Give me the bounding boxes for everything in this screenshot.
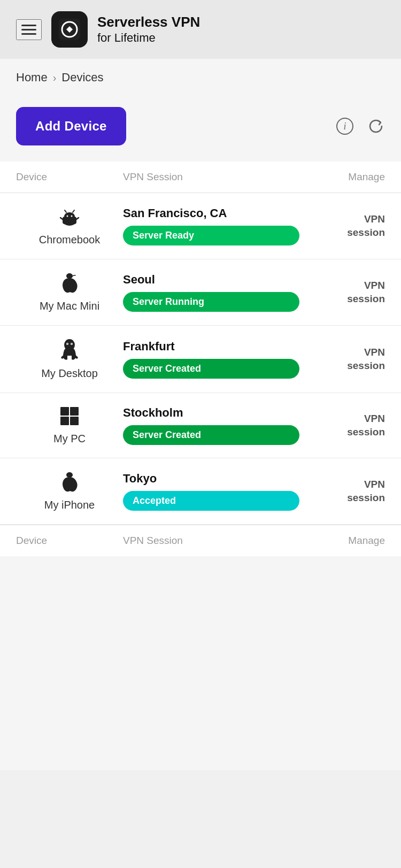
vpn-location-iphone: Tokyo	[123, 472, 299, 486]
status-badge-chromebook: Server Ready	[123, 226, 299, 245]
vpn-session-link-pc[interactable]: VPNsession	[347, 413, 385, 437]
main-content-area	[0, 556, 401, 770]
table-row: My PC Stockholm Server Created VPNsessio…	[0, 393, 401, 458]
manage-cell-chromebook[interactable]: VPNsession	[299, 213, 385, 239]
apple-icon-iphone	[59, 471, 80, 496]
toolbar: Add Device i	[0, 96, 401, 162]
windows-icon	[59, 406, 80, 429]
svg-line-11	[76, 218, 79, 219]
svg-rect-20	[60, 417, 69, 425]
device-cell-desktop: My Desktop	[16, 339, 123, 380]
hamburger-menu-button[interactable]	[16, 19, 42, 40]
device-cell-chromebook: Chromebook	[16, 206, 123, 246]
svg-line-10	[60, 218, 63, 219]
manage-cell-desktop[interactable]: VPNsession	[299, 346, 385, 372]
add-device-button[interactable]: Add Device	[16, 107, 126, 145]
header: Serverless VPN for Lifetime	[0, 0, 401, 59]
info-button[interactable]: i	[336, 117, 354, 135]
svg-point-7	[71, 216, 73, 217]
status-badge-pc: Server Created	[123, 425, 299, 445]
manage-cell-pc[interactable]: VPNsession	[299, 412, 385, 439]
vpn-session-link-iphone[interactable]: VPNsession	[347, 479, 385, 503]
device-cell-pc: My PC	[16, 406, 123, 445]
manage-cell-iphone[interactable]: VPNsession	[299, 478, 385, 504]
table-header-row: Device VPN Session Manage	[0, 162, 401, 193]
svg-rect-19	[70, 407, 79, 416]
status-badge-iphone: Accepted	[123, 491, 299, 511]
manage-cell-mac-mini[interactable]: VPNsession	[299, 279, 385, 305]
device-name-pc: My PC	[53, 433, 86, 445]
vpn-cell-pc: Stockholm Server Created	[123, 406, 299, 445]
col-footer-manage: Manage	[299, 535, 385, 547]
apple-icon-mac	[59, 272, 80, 297]
vpn-location-desktop: Frankfurt	[123, 340, 299, 354]
device-name-mac-mini: My Mac Mini	[40, 300, 99, 312]
col-header-manage: Manage	[299, 171, 385, 183]
refresh-icon	[367, 117, 385, 135]
status-badge-mac-mini: Server Running	[123, 292, 299, 312]
table-row: My iPhone Tokyo Accepted VPNsession	[0, 458, 401, 525]
status-badge-desktop: Server Created	[123, 359, 299, 379]
vpn-location-pc: Stockholm	[123, 406, 299, 420]
svg-point-6	[67, 216, 68, 217]
svg-point-16	[71, 343, 72, 344]
svg-point-15	[67, 343, 68, 344]
table-row: My Desktop Frankfurt Server Created VPNs…	[0, 326, 401, 393]
col-footer-device: Device	[16, 535, 123, 547]
vpn-location-mac-mini: Seoul	[123, 273, 299, 287]
device-cell-mac-mini: My Mac Mini	[16, 272, 123, 312]
svg-line-9	[73, 210, 74, 212]
toolbar-icons: i	[336, 117, 385, 135]
vpn-session-link-mac-mini[interactable]: VPNsession	[347, 280, 385, 304]
svg-point-5	[64, 212, 75, 221]
breadcrumb-separator: ›	[53, 72, 57, 84]
col-header-device: Device	[16, 171, 123, 183]
vpn-session-link-desktop[interactable]: VPNsession	[347, 347, 385, 371]
header-text: Serverless VPN for Lifetime	[97, 14, 200, 44]
vpn-location-chromebook: San Francisco, CA	[123, 206, 299, 220]
breadcrumb-current-page: Devices	[61, 71, 103, 85]
header-subtitle: for Lifetime	[97, 31, 200, 45]
svg-line-8	[65, 210, 66, 212]
device-name-chromebook: Chromebook	[39, 234, 101, 246]
logo	[51, 11, 88, 48]
logo-icon	[58, 18, 81, 41]
device-name-desktop: My Desktop	[41, 367, 98, 380]
device-name-iphone: My iPhone	[44, 499, 95, 511]
vpn-session-link-chromebook[interactable]: VPNsession	[347, 213, 385, 238]
breadcrumb-home-link[interactable]: Home	[16, 71, 48, 85]
vpn-cell-desktop: Frankfurt Server Created	[123, 340, 299, 379]
svg-text:i: i	[343, 121, 346, 132]
svg-rect-18	[60, 407, 69, 416]
table-footer-row: Device VPN Session Manage	[0, 525, 401, 556]
table-row: My Mac Mini Seoul Server Running VPNsess…	[0, 259, 401, 326]
svg-rect-21	[70, 417, 79, 425]
vpn-cell-chromebook: San Francisco, CA Server Ready	[123, 206, 299, 245]
breadcrumb: Home › Devices	[0, 59, 401, 96]
linux-icon	[60, 339, 79, 364]
device-cell-iphone: My iPhone	[16, 471, 123, 511]
col-header-vpn: VPN Session	[123, 171, 299, 183]
android-icon	[59, 206, 80, 231]
vpn-cell-mac-mini: Seoul Server Running	[123, 273, 299, 312]
vpn-cell-iphone: Tokyo Accepted	[123, 472, 299, 511]
devices-table: Device VPN Session Manage Chromebook	[0, 162, 401, 556]
table-row: Chromebook San Francisco, CA Server Read…	[0, 193, 401, 259]
refresh-button[interactable]	[367, 117, 385, 135]
header-title: Serverless VPN	[97, 14, 200, 30]
col-footer-vpn: VPN Session	[123, 535, 299, 547]
info-icon: i	[336, 117, 354, 135]
